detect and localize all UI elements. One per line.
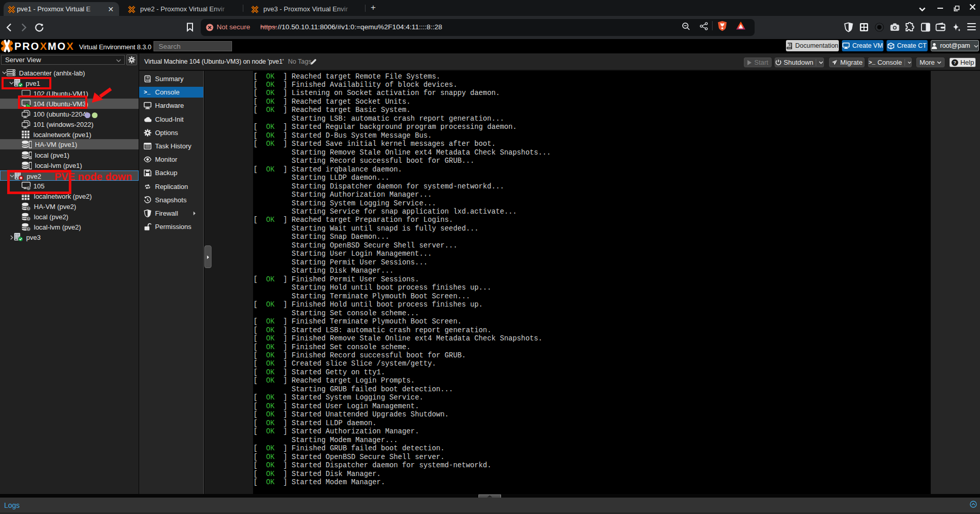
svg-text:>_: >_ [144, 89, 151, 96]
svg-text:?: ? [953, 60, 956, 65]
svg-text:?: ? [28, 227, 30, 231]
svg-text:?: ? [28, 217, 30, 220]
svg-text:?: ? [28, 207, 30, 210]
